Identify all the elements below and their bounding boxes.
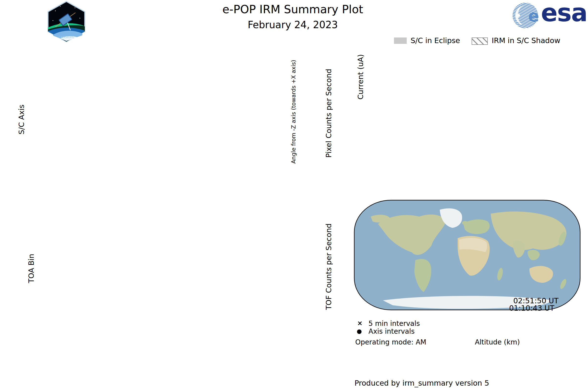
cassiope-logo: CASSIOPE	[46, 1, 87, 42]
altitude-bar-title: Altitude (km)	[460, 338, 534, 346]
dot-marker-label: Axis intervals	[368, 328, 414, 335]
attitude-plot	[59, 47, 271, 192]
svg-text:e: e	[528, 6, 539, 26]
operating-mode: Operating mode: AM	[355, 338, 426, 346]
footer-text: Produced by irm_summary version 5	[354, 379, 489, 387]
world-map	[354, 200, 581, 311]
x-marker-label: 5 min intervals	[368, 320, 420, 327]
esa-logo-text: esa	[541, 0, 587, 26]
x-marker-icon: ×	[357, 320, 362, 326]
map-start-time: 01:10:43 UT	[509, 304, 554, 312]
dot-marker-icon: ●	[357, 328, 362, 334]
page-title: e-POP IRM Summary Plot	[172, 4, 414, 15]
attitude-ylabel: S/C Axis	[18, 83, 26, 156]
tof-counts-colorbar	[300, 200, 311, 338]
shadow-legend-label: IRM in S/C Shadow	[492, 37, 560, 44]
pixel-counts-colorbar	[300, 46, 311, 185]
page-date: February 24, 2023	[172, 20, 414, 30]
map-end-time: 02:51:50 UT	[513, 297, 558, 305]
tof-colorbar-title: TOF Counts per Second	[325, 229, 333, 310]
toa-ylabel: TOA Bin	[28, 232, 35, 305]
pixel-colorbar-title: Pixel Counts per Second	[325, 74, 333, 158]
cassiope-logo-text: CASSIOPE	[58, 35, 74, 39]
current-plot	[379, 46, 571, 107]
eclipse-legend-label: S/C in Eclipse	[410, 37, 460, 44]
counts-plot	[379, 114, 571, 173]
eclipse-legend-swatch	[394, 38, 407, 44]
attitude-right-axis-title: Angle from -Z axis (towards +X axis)	[290, 55, 296, 168]
esa-logo: e esa	[512, 2, 586, 29]
current-ylabel: Current (uA)	[357, 38, 364, 116]
toa-plot	[59, 197, 271, 339]
shadow-legend-swatch	[472, 38, 488, 45]
altitude-colorbar	[428, 320, 566, 327]
irm-summary-plot: CASSIOPE e-POP IRM Summary Plot February…	[0, 0, 588, 392]
esa-globe-icon: e	[512, 2, 540, 29]
